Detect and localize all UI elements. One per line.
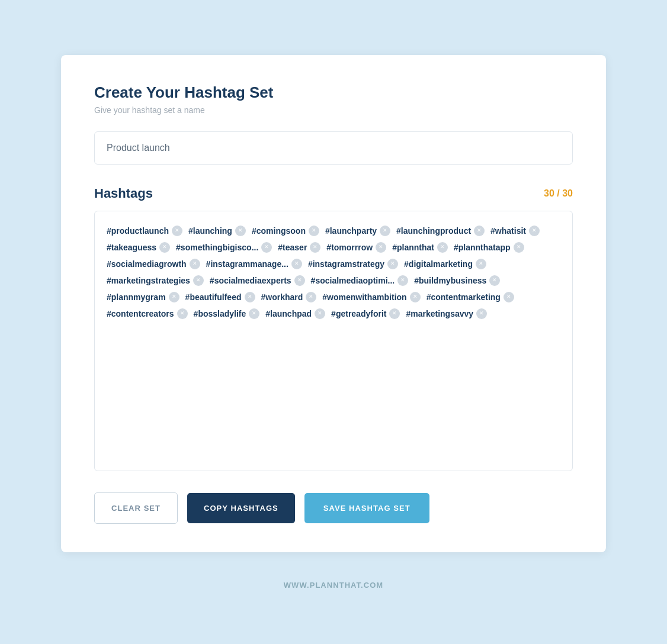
hashtag-label: #marketingstrategies <box>107 276 190 285</box>
hashtag-chip: #tomorrrow <box>326 242 386 253</box>
hashtag-remove-button[interactable] <box>476 308 487 319</box>
hashtag-chip: #buildmybusiness <box>414 275 500 286</box>
hashtag-label: #takeaguess <box>107 243 156 252</box>
hashtag-remove-button[interactable] <box>159 242 170 253</box>
hashtag-label: #launchparty <box>325 226 377 236</box>
hashtag-label: #marketingsavvy <box>406 309 473 318</box>
hashtag-remove-button[interactable] <box>310 242 320 253</box>
hashtags-header: Hashtags 30 / 30 <box>94 186 573 201</box>
hashtag-remove-button[interactable] <box>474 226 485 236</box>
hashtag-chip: #socialmediagrowth <box>107 259 200 269</box>
hashtag-remove-button[interactable] <box>291 259 302 269</box>
hashtag-label: #plannthatapp <box>454 243 511 252</box>
hashtag-remove-button[interactable] <box>249 308 259 319</box>
actions-bar: CLEAR SET COPY HASHTAGS SAVE HASHTAG SET <box>94 492 573 524</box>
hashtag-chip: #contentcreators <box>107 308 188 319</box>
hashtag-remove-button[interactable] <box>437 242 448 253</box>
hashtag-remove-button[interactable] <box>261 242 272 253</box>
hashtag-chip: #plannmygram <box>107 292 179 302</box>
hashtag-remove-button[interactable] <box>410 292 421 302</box>
hashtag-label: #plannthat <box>392 243 434 252</box>
hashtag-chip: #socialmediaoptimi... <box>311 275 409 286</box>
footer-url: WWW.PLANNTHAT.COM <box>284 581 383 590</box>
hashtag-label: #launching <box>188 226 232 236</box>
hashtag-set-name-input[interactable] <box>94 131 573 165</box>
save-hashtag-set-button[interactable]: SAVE HASHTAG SET <box>304 493 429 523</box>
hashtag-label: #productlaunch <box>107 226 169 236</box>
hashtag-label: #getreadyforit <box>331 309 386 318</box>
hashtag-label: #socialmediaoptimi... <box>311 276 395 285</box>
hashtag-chip: #marketingsavvy <box>406 308 487 319</box>
hashtag-chip: #whatisit <box>490 226 540 236</box>
hashtag-remove-button[interactable] <box>294 275 305 286</box>
hashtag-remove-button[interactable] <box>190 259 200 269</box>
hashtags-count: 30 / 30 <box>544 188 573 199</box>
hashtag-remove-button[interactable] <box>397 275 408 286</box>
hashtag-chip: #instagramstrategy <box>308 259 398 269</box>
hashtag-label: #launchingproduct <box>396 226 471 236</box>
hashtag-label: #workhard <box>261 292 303 302</box>
hashtag-remove-button[interactable] <box>315 308 325 319</box>
hashtag-remove-button[interactable] <box>489 275 500 286</box>
hashtag-label: #contentcreators <box>107 309 174 318</box>
page-subtitle: Give your hashtag set a name <box>94 105 573 115</box>
hashtag-label: #whatisit <box>490 226 526 236</box>
hashtag-label: #instagrammanage... <box>206 259 288 269</box>
hashtag-remove-button[interactable] <box>376 242 386 253</box>
hashtag-label: #teaser <box>278 243 307 252</box>
hashtag-label: #somethingbigisco... <box>176 243 258 252</box>
copy-hashtags-button[interactable]: COPY HASHTAGS <box>187 493 295 523</box>
hashtag-chip: #plannthatapp <box>454 242 524 253</box>
clear-set-button[interactable]: CLEAR SET <box>94 492 178 524</box>
hashtag-chip: #digitalmarketing <box>404 259 486 269</box>
hashtag-label: #plannmygram <box>107 292 166 302</box>
hashtag-remove-button[interactable] <box>504 292 514 302</box>
hashtags-title: Hashtags <box>94 186 153 201</box>
hashtag-remove-button[interactable] <box>514 242 524 253</box>
hashtag-chip: #productlaunch <box>107 226 182 236</box>
hashtag-chip: #comingsoon <box>252 226 319 236</box>
hashtag-chip: #launchingproduct <box>396 226 485 236</box>
hashtag-remove-button[interactable] <box>306 292 316 302</box>
hashtag-label: #launchpad <box>265 309 312 318</box>
page-title: Create Your Hashtag Set <box>94 83 573 102</box>
hashtag-chip: #launching <box>188 226 246 236</box>
hashtag-chip: #womenwithambition <box>322 292 420 302</box>
hashtag-label: #contentmarketing <box>427 292 501 302</box>
hashtag-chip: #launchparty <box>325 226 390 236</box>
main-card: Create Your Hashtag Set Give your hashta… <box>61 55 606 552</box>
hashtag-chip: #takeaguess <box>107 242 170 253</box>
hashtag-chip: #instagrammanage... <box>206 259 302 269</box>
hashtag-remove-button[interactable] <box>235 226 246 236</box>
hashtag-label: #instagramstrategy <box>308 259 384 269</box>
hashtag-label: #tomorrrow <box>326 243 373 252</box>
hashtag-label: #socialmediagrowth <box>107 259 187 269</box>
hashtag-label: #digitalmarketing <box>404 259 473 269</box>
hashtag-remove-button[interactable] <box>172 226 182 236</box>
hashtag-remove-button[interactable] <box>245 292 255 302</box>
hashtag-chip: #teaser <box>278 242 320 253</box>
hashtag-chip: #beautifulfeed <box>185 292 255 302</box>
hashtag-remove-button[interactable] <box>529 226 540 236</box>
hashtag-remove-button[interactable] <box>193 275 204 286</box>
hashtag-chip: #socialmediaexperts <box>210 275 305 286</box>
hashtag-remove-button[interactable] <box>476 259 486 269</box>
hashtag-label: #bossladylife <box>194 309 246 318</box>
hashtag-chip: #somethingbigisco... <box>176 242 272 253</box>
hashtag-remove-button[interactable] <box>389 308 400 319</box>
hashtags-box: #productlaunch#launching#comingsoon#laun… <box>94 211 573 471</box>
hashtag-label: #socialmediaexperts <box>210 276 291 285</box>
hashtag-remove-button[interactable] <box>380 226 390 236</box>
hashtag-chip: #plannthat <box>392 242 448 253</box>
hashtag-label: #comingsoon <box>252 226 306 236</box>
hashtag-chip: #bossladylife <box>194 308 260 319</box>
hashtag-remove-button[interactable] <box>169 292 179 302</box>
hashtag-label: #buildmybusiness <box>414 276 486 285</box>
hashtag-chip: #marketingstrategies <box>107 275 204 286</box>
hashtag-chip: #contentmarketing <box>427 292 514 302</box>
hashtag-label: #beautifulfeed <box>185 292 242 302</box>
hashtag-remove-button[interactable] <box>177 308 188 319</box>
hashtag-label: #womenwithambition <box>322 292 406 302</box>
hashtag-remove-button[interactable] <box>309 226 319 236</box>
hashtag-remove-button[interactable] <box>387 259 398 269</box>
